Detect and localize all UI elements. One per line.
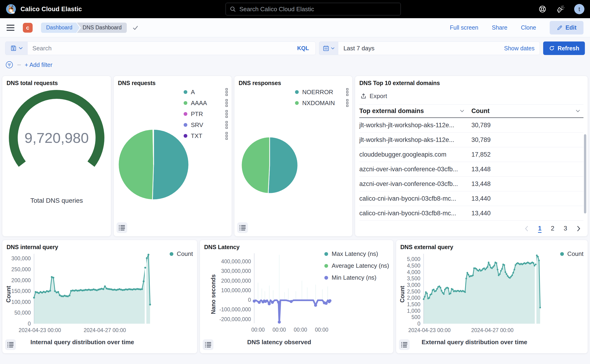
clone-button[interactable]: Clone xyxy=(521,24,536,31)
panel-list-button[interactable] xyxy=(5,339,16,350)
count-cell: 13,448 xyxy=(471,180,584,188)
domain-cell: calico-cni-ivan-byocni-03cfb8-mc... xyxy=(359,195,471,202)
user-avatar[interactable]: t xyxy=(574,4,584,14)
query-input-group: KQL xyxy=(5,41,316,55)
table-row: azcni-over-ivan-conference-03cfb...13,44… xyxy=(359,177,584,191)
panel-dns-responses: DNS responses NOERRORNXDOMAIN xyxy=(234,76,352,236)
page-number-1[interactable]: 1 xyxy=(538,225,542,232)
date-quick-menu-button[interactable] xyxy=(319,42,338,55)
legend-item[interactable]: A xyxy=(184,88,228,96)
gauge-caption: Total DNS queries xyxy=(6,197,107,204)
legend-actions-icon[interactable] xyxy=(346,88,349,96)
search-icon xyxy=(229,6,236,13)
panel-title: DNS Latency xyxy=(204,244,389,251)
space-badge[interactable]: c xyxy=(23,23,33,33)
legend-swatch-icon xyxy=(295,101,299,105)
svg-text:4,000: 4,000 xyxy=(407,269,420,275)
global-search[interactable] xyxy=(226,3,401,15)
edit-button-label: Edit xyxy=(565,24,577,31)
column-header-label: Count xyxy=(471,107,490,115)
panel-title: DNS total requests xyxy=(6,80,107,86)
legend-actions-icon[interactable] xyxy=(225,110,228,118)
saved-query-menu-button[interactable] xyxy=(5,42,28,55)
breadcrumb: Dashboard DNS Dashboard xyxy=(41,23,139,33)
area-chart: 050,000100,000150,000200,000250,000300,0… xyxy=(6,251,193,338)
pagination-next-icon[interactable] xyxy=(577,226,581,232)
column-header-domains[interactable]: Top external domains xyxy=(359,107,471,115)
legend-item[interactable]: NOERROR xyxy=(295,88,349,96)
count-cell: 30,789 xyxy=(471,136,584,143)
list-icon xyxy=(239,225,246,231)
kql-language-button[interactable]: KQL xyxy=(293,45,313,52)
x-axis-title: DNS latency observed xyxy=(204,338,354,346)
refresh-button[interactable]: Refresh xyxy=(543,41,585,55)
svg-text:100,000: 100,000 xyxy=(11,299,31,305)
svg-text:0: 0 xyxy=(248,297,251,303)
global-search-input[interactable] xyxy=(239,6,397,13)
add-filter-button[interactable]: + Add filter xyxy=(25,62,52,68)
table-row: calico-cni-ivan-byocni-03cfb8-mc...13,44… xyxy=(359,191,584,206)
panel-title: DNS Top 10 external domains xyxy=(359,80,584,86)
domain-cell: azcni-over-ivan-conference-03cfb... xyxy=(359,180,471,188)
breadcrumb-dashboard-label: Dashboard xyxy=(46,25,72,31)
legend-actions-icon[interactable] xyxy=(346,99,349,107)
svg-text:5,000: 5,000 xyxy=(407,256,420,262)
menu-hamburger-icon[interactable] xyxy=(6,25,14,31)
time-range-value[interactable]: Last 7 days xyxy=(344,45,504,52)
chevron-down-icon xyxy=(331,47,335,50)
count-cell: 30,789 xyxy=(471,122,584,129)
show-dates-button[interactable]: Show dates xyxy=(504,45,535,52)
kql-search-input[interactable] xyxy=(32,45,293,52)
svg-text:00:00: 00:00 xyxy=(272,327,286,333)
panel-list-button[interactable] xyxy=(399,339,410,350)
page-number-2[interactable]: 2 xyxy=(551,225,554,232)
column-header-count[interactable]: Count xyxy=(471,107,584,115)
table-scrollbar[interactable] xyxy=(584,134,586,214)
panel-top-external-domains: DNS Top 10 external domains Export Top e… xyxy=(355,76,588,236)
legend-swatch-icon xyxy=(184,101,187,105)
full-screen-button[interactable]: Full screen xyxy=(450,24,478,31)
sort-chevron-icon xyxy=(460,110,464,113)
legend-item[interactable]: SRV xyxy=(184,121,228,129)
page-number-3[interactable]: 3 xyxy=(564,225,567,232)
legend-item[interactable]: PTR xyxy=(184,110,228,118)
legend-item[interactable]: TXT xyxy=(184,132,228,140)
svg-text:50,000: 50,000 xyxy=(14,310,31,316)
legend-actions-icon[interactable] xyxy=(225,88,228,96)
panel-list-button[interactable] xyxy=(203,339,214,350)
edit-button[interactable]: Edit xyxy=(550,21,584,34)
y-axis-label: Count xyxy=(5,286,12,303)
breadcrumb-dashboard[interactable]: Dashboard xyxy=(41,23,76,33)
table-row: clouddebugger.googleapis.com17,852 xyxy=(359,147,584,162)
filter-bar: + Add filter xyxy=(5,60,585,70)
list-icon xyxy=(7,342,14,348)
panel-title: DNS external query xyxy=(400,244,584,251)
legend-actions-icon[interactable] xyxy=(225,132,228,140)
news-party-popper-icon[interactable] xyxy=(556,5,565,13)
filter-icon[interactable] xyxy=(5,61,13,69)
filter-divider xyxy=(17,65,21,65)
svg-text:2024-04-23 00:00: 2024-04-23 00:00 xyxy=(19,327,61,333)
pagination-prev-icon[interactable] xyxy=(525,226,529,232)
legend-actions-icon[interactable] xyxy=(225,99,228,107)
x-axis-title: Internal query distribution over time xyxy=(6,338,158,346)
svg-text:2,500: 2,500 xyxy=(407,288,420,295)
export-button-label: Export xyxy=(370,92,387,100)
legend-label: NOERROR xyxy=(302,89,333,96)
legend-item[interactable]: AAAA xyxy=(184,99,228,107)
svg-text:9,720,980: 9,720,980 xyxy=(25,130,89,146)
panel-list-button[interactable] xyxy=(237,222,248,233)
legend-item[interactable]: NXDOMAIN xyxy=(295,99,349,107)
export-button[interactable]: Export xyxy=(360,92,395,100)
panel-dns-total-requests: DNS total requests 9,720,980 Total DNS q… xyxy=(2,76,111,236)
panel-list-button[interactable] xyxy=(117,222,127,233)
legend-actions-icon[interactable] xyxy=(225,121,228,129)
breadcrumb-bar: c Dashboard DNS Dashboard Full screen Sh… xyxy=(0,18,590,37)
svg-text:0: 0 xyxy=(28,321,31,327)
legend-swatch-icon xyxy=(295,90,299,94)
calico-logo-icon xyxy=(6,4,16,14)
breadcrumb-current-label: DNS Dashboard xyxy=(83,25,122,31)
date-picker-group: Last 7 days Show dates xyxy=(319,41,540,55)
share-button[interactable]: Share xyxy=(492,24,507,31)
help-icon[interactable] xyxy=(538,5,547,13)
